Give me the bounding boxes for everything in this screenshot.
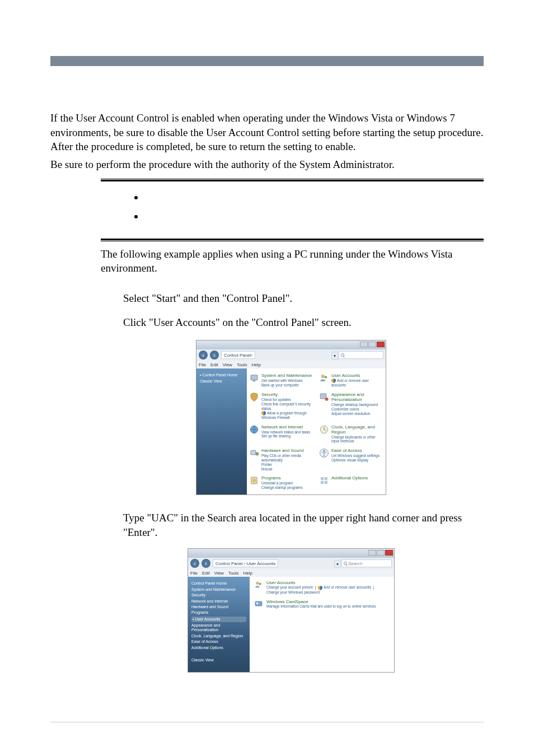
category-security[interactable]: SecurityCheck for updatesCheck this comp… — [249, 391, 313, 421]
link-change-picture[interactable]: Change your account picture — [266, 585, 313, 589]
sidebar-item-programs[interactable]: Programs — [191, 610, 246, 615]
back-button[interactable]: ‹ — [190, 559, 199, 568]
note-box — [101, 179, 484, 241]
refine-icon: ▾ — [331, 352, 338, 360]
header-divider — [50, 56, 484, 66]
sidebar-item-hardware[interactable]: Hardware and Sound — [191, 605, 246, 609]
sidebar-item-additional[interactable]: Additional Options — [191, 646, 246, 650]
category-user-accounts[interactable]: User AccountsAdd or remove user accounts — [319, 372, 383, 389]
menu-help[interactable]: Help — [243, 571, 252, 576]
sidebar: Control Panel Home System and Maintenanc… — [188, 577, 250, 672]
result-title[interactable]: User Accounts — [266, 580, 374, 585]
menu-help[interactable]: Help — [252, 362, 261, 367]
svg-point-2 — [321, 375, 325, 378]
breadcrumb[interactable]: Control Panel › — [221, 351, 255, 359]
search-icon — [341, 353, 344, 357]
svg-rect-21 — [256, 603, 258, 604]
search-input[interactable]: ▾ — [339, 351, 383, 359]
breadcrumb-text: Control Panel — [224, 353, 251, 358]
menubar: File Edit View Tools Help — [196, 361, 386, 368]
search-input[interactable]: ▾Search — [341, 559, 392, 567]
category-clock[interactable]: Clock, Language, and RegionChange keyboa… — [319, 423, 383, 445]
users-icon — [319, 373, 329, 383]
result-body: Manage Information Cards that are used t… — [266, 604, 376, 609]
result-user-accounts: User Accounts Change your account pictur… — [254, 580, 390, 595]
maximize-button[interactable] — [377, 550, 385, 556]
menu-file[interactable]: File — [190, 571, 198, 576]
svg-point-9 — [255, 452, 259, 456]
close-button[interactable] — [377, 342, 385, 347]
sidebar-item-clock[interactable]: Clock, Language, and Region — [191, 634, 246, 638]
additional-icon — [319, 475, 329, 486]
network-icon — [249, 424, 259, 435]
svg-rect-8 — [251, 451, 256, 455]
menu-view[interactable]: View — [214, 571, 224, 576]
menu-view[interactable]: View — [223, 362, 232, 367]
back-button[interactable]: ‹ — [199, 351, 208, 360]
forward-button[interactable]: › — [210, 351, 219, 360]
category-network[interactable]: Network and InternetView network status … — [249, 423, 313, 445]
menu-tools[interactable]: Tools — [228, 571, 239, 576]
step-3: Type "UAC" in the Search area located in… — [123, 511, 484, 539]
category-ease-of-access[interactable]: Ease of AccessLet Windows suggest settin… — [319, 447, 383, 472]
hardware-icon — [249, 448, 259, 458]
close-button[interactable] — [385, 550, 393, 556]
link-change-password[interactable]: Change your Windows password — [266, 590, 320, 594]
menu-file[interactable]: File — [199, 362, 206, 367]
sidebar-item-classic[interactable]: Classic View — [191, 658, 246, 662]
sidebar-item-appearance[interactable]: Appearance and Personalization — [191, 623, 246, 633]
category-additional[interactable]: Additional Options — [319, 474, 383, 491]
svg-point-11 — [324, 450, 325, 452]
menu-tools[interactable]: Tools — [237, 362, 247, 367]
search-placeholder: Search — [348, 561, 362, 566]
category-appearance[interactable]: Appearance and PersonalizationChange des… — [319, 391, 383, 421]
programs-icon — [249, 475, 259, 486]
forward-button[interactable]: › — [202, 559, 210, 568]
clock-icon — [319, 424, 329, 435]
category-programs[interactable]: ProgramsUninstall a programChange startu… — [249, 474, 313, 491]
sidebar-item-user-accounts[interactable]: • User Accounts — [191, 617, 246, 622]
sidebar-item-home[interactable]: Control Panel Home — [191, 581, 246, 586]
category-system[interactable]: System and MaintenanceGet started with W… — [249, 372, 313, 389]
ease-icon — [319, 448, 329, 458]
footer-divider — [50, 722, 484, 722]
titlebar — [196, 340, 386, 349]
context-text: The following example applies when using… — [101, 247, 484, 276]
category-hardware[interactable]: Hardware and SoundPlay CDs or other medi… — [249, 447, 313, 472]
sidebar-item-system[interactable]: System and Maintenance — [191, 587, 246, 592]
svg-rect-20 — [255, 601, 262, 606]
menubar: File Edit View Tools Help — [188, 569, 394, 577]
maximize-button[interactable] — [368, 342, 376, 347]
appearance-icon — [319, 392, 329, 402]
menu-edit[interactable]: Edit — [210, 362, 218, 367]
sidebar-classic[interactable]: Classic View — [200, 379, 243, 384]
svg-rect-14 — [321, 477, 324, 480]
result-title[interactable]: Windows CardSpace — [266, 599, 376, 604]
svg-rect-15 — [325, 477, 327, 480]
breadcrumb-text: Control Panel › User Accounts — [216, 561, 275, 566]
minimize-button[interactable] — [360, 342, 368, 347]
system-icon — [249, 373, 259, 383]
search-icon — [344, 562, 347, 565]
minimize-button[interactable] — [368, 550, 376, 556]
sidebar-home[interactable]: • Control Panel Home — [200, 373, 243, 377]
svg-rect-4 — [320, 394, 326, 399]
svg-point-5 — [325, 398, 329, 401]
sidebar-item-network[interactable]: Network and Internet — [191, 599, 246, 604]
result-cardspace: Windows CardSpace Manage Information Car… — [254, 599, 390, 609]
screenshot-user-accounts: ‹ › Control Panel › User Accounts ▾Searc… — [188, 548, 395, 673]
step-2: Click "User Accounts" on the "Control Pa… — [123, 315, 484, 330]
refine-icon: ▾ — [334, 560, 341, 568]
sidebar-item-ease[interactable]: Ease of Access — [191, 640, 246, 644]
bullet-icon — [134, 215, 138, 218]
breadcrumb[interactable]: Control Panel › User Accounts — [213, 559, 278, 567]
shield-icon — [261, 411, 266, 416]
svg-rect-17 — [325, 481, 327, 484]
cardspace-icon — [254, 599, 263, 608]
link-add-remove[interactable]: Add or remove user accounts — [324, 585, 371, 589]
step-1: Select "Start" and then "Control Panel". — [123, 291, 484, 306]
sidebar-item-security[interactable]: Security — [191, 593, 246, 598]
intro-text-2: Be sure to perform the procedure with th… — [50, 157, 484, 172]
bullet-icon — [134, 196, 138, 199]
menu-edit[interactable]: Edit — [202, 571, 210, 576]
